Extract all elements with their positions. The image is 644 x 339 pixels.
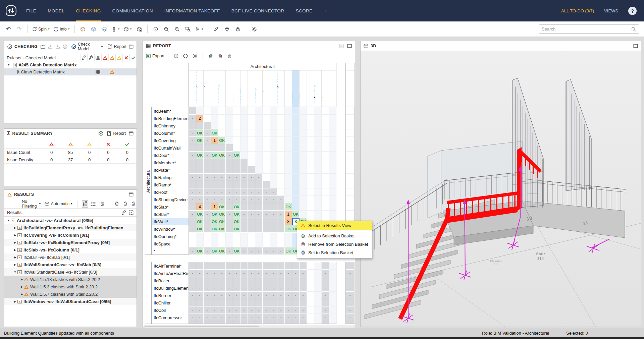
- matrix-cell[interactable]: -: [248, 270, 255, 277]
- matrix-cell[interactable]: [270, 166, 277, 174]
- matrix-cell[interactable]: [270, 240, 277, 247]
- panel-window-icon[interactable]: [633, 43, 638, 49]
- matrix-cell[interactable]: [314, 159, 322, 166]
- matrix-cell[interactable]: [300, 129, 307, 137]
- matrix-cell[interactable]: -: [233, 292, 240, 299]
- matrix-cell[interactable]: -: [211, 159, 218, 166]
- matrix-cell[interactable]: [300, 152, 307, 159]
- matrix-row-label[interactable]: IfcSpace: [152, 240, 189, 247]
- matrix-cell[interactable]: [248, 122, 255, 129]
- matrix-cell[interactable]: -: [233, 277, 240, 284]
- matrix-cell[interactable]: -: [255, 247, 263, 255]
- matrix-cell[interactable]: [255, 240, 263, 247]
- matrix-cell[interactable]: [233, 129, 240, 137]
- matrix-cell[interactable]: [329, 107, 336, 115]
- matrix-cell[interactable]: -: [226, 225, 233, 233]
- matrix-cell[interactable]: -: [292, 321, 300, 324]
- matrix-cell[interactable]: -: [226, 144, 233, 152]
- matrix-cell[interactable]: -: [255, 277, 263, 284]
- matrix-cell[interactable]: -: [300, 292, 307, 299]
- matrix-cell[interactable]: [329, 152, 336, 159]
- matrix-cell[interactable]: [285, 115, 292, 122]
- matrix-cell[interactable]: [329, 299, 336, 306]
- matrix-cell[interactable]: -: [322, 299, 329, 306]
- list-settings-button[interactable]: [99, 200, 105, 208]
- matrix-cell[interactable]: -: [196, 284, 204, 292]
- matrix-cell[interactable]: -: [285, 277, 292, 284]
- matrix-cell[interactable]: [307, 306, 314, 314]
- matrix-cell[interactable]: [277, 107, 285, 115]
- matrix-row-label[interactable]: IfcWindow*: [152, 225, 189, 233]
- matrix-cell[interactable]: [329, 203, 336, 211]
- matrix-cell[interactable]: [196, 240, 204, 247]
- matrix-cell[interactable]: -: [233, 159, 240, 166]
- matrix-cell[interactable]: [218, 233, 226, 240]
- matrix-column-header[interactable]: IfcCurtainWall: [226, 70, 233, 107]
- matrix-cell[interactable]: [307, 196, 314, 203]
- matrix-cell[interactable]: -: [211, 181, 218, 188]
- matrix-cell[interactable]: -: [204, 174, 211, 181]
- matrix-cell[interactable]: -: [240, 299, 248, 306]
- matrix-cell[interactable]: -: [218, 174, 226, 181]
- tree-expander-icon[interactable]: ▶: [13, 241, 17, 244]
- matrix-cell[interactable]: [322, 188, 329, 196]
- matrix-cell[interactable]: [226, 122, 233, 129]
- matrix-cell[interactable]: [285, 240, 292, 247]
- matrix-cell[interactable]: [226, 137, 233, 144]
- matrix-cell[interactable]: [314, 314, 322, 321]
- matrix-cell[interactable]: [300, 137, 307, 144]
- matrix-cell[interactable]: -: [240, 314, 248, 321]
- matrix-cell[interactable]: -: [233, 181, 240, 188]
- matrix-cell[interactable]: -: [240, 181, 248, 188]
- matrix-cell[interactable]: -: [263, 188, 270, 196]
- matrix-cell[interactable]: -: [189, 292, 196, 299]
- matrix-cell[interactable]: -: [277, 270, 285, 277]
- matrix-cell[interactable]: [255, 144, 263, 152]
- matrix-cell[interactable]: -: [240, 306, 248, 314]
- matrix-cell[interactable]: [233, 137, 240, 144]
- matrix-column-header[interactable]: IfcSlab*: [285, 70, 292, 107]
- matrix-cell[interactable]: [292, 122, 300, 129]
- matrix-cell[interactable]: -: [211, 321, 218, 324]
- matrix-cell[interactable]: [218, 240, 226, 247]
- matrix-cell[interactable]: OK: [211, 225, 218, 233]
- matrix-cell[interactable]: [322, 203, 329, 211]
- matrix-cell[interactable]: [307, 284, 314, 292]
- matrix-cell[interactable]: -: [270, 218, 277, 225]
- matrix-cell[interactable]: [322, 196, 329, 203]
- matrix-cell[interactable]: OK: [285, 225, 292, 233]
- matrix-cell[interactable]: -: [277, 277, 285, 284]
- matrix-cell[interactable]: -: [196, 166, 204, 174]
- matrix-cell[interactable]: -: [277, 284, 285, 292]
- matrix-cell[interactable]: [314, 262, 322, 270]
- matrix-cell[interactable]: [292, 129, 300, 137]
- matrix-cell[interactable]: -: [211, 174, 218, 181]
- matrix-cell[interactable]: -: [277, 211, 285, 218]
- matrix-cell[interactable]: -: [196, 292, 204, 299]
- matrix-cell[interactable]: [292, 203, 300, 211]
- matrix-cell[interactable]: 1: [211, 137, 218, 144]
- matrix-cell[interactable]: [300, 196, 307, 203]
- mode-dropdown[interactable]: Automatic ▼: [44, 201, 73, 207]
- matrix-cell[interactable]: [270, 107, 277, 115]
- matrix-cell[interactable]: -: [285, 292, 292, 299]
- matrix-cell[interactable]: [329, 115, 336, 122]
- matrix-cell[interactable]: OK: [196, 247, 204, 255]
- matrix-row-label[interactable]: IfcDoor*: [152, 152, 189, 159]
- matrix-cell[interactable]: -: [218, 159, 226, 166]
- matrix-cell[interactable]: -: [285, 262, 292, 270]
- matrix-cell[interactable]: -: [263, 181, 270, 188]
- matrix-cell[interactable]: [248, 129, 255, 137]
- matrix-cell[interactable]: [314, 129, 322, 137]
- matrix-cell[interactable]: -: [255, 218, 263, 225]
- matrix-cell[interactable]: -: [240, 225, 248, 233]
- matrix-cell[interactable]: -: [204, 321, 211, 324]
- matrix-cell[interactable]: [255, 122, 263, 129]
- matrix-cell[interactable]: [277, 144, 285, 152]
- close-model-icon[interactable]: [62, 44, 68, 49]
- matrix-row-label[interactable]: IfcOpening*: [152, 233, 189, 240]
- matrix-cell[interactable]: [285, 196, 292, 203]
- matrix-cell[interactable]: [204, 115, 211, 122]
- matrix-cell[interactable]: -: [211, 270, 218, 277]
- matrix-cell[interactable]: -: [248, 203, 255, 211]
